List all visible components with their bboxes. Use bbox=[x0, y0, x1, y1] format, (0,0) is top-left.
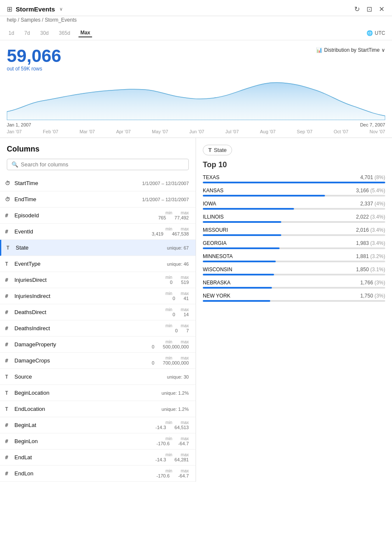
col-name: EpisodeId bbox=[14, 212, 158, 219]
column-row[interactable]: # EventId minmax 3,419467,538 bbox=[0, 224, 196, 240]
time-btn-7d[interactable]: 7d bbox=[22, 29, 31, 37]
chart-date-start: Jan 1, 2007 bbox=[7, 122, 31, 127]
top10-title: Top 10 bbox=[203, 160, 385, 169]
column-row[interactable]: ⏱ StartTime 1/1/2007 – 12/31/2007 bbox=[0, 175, 196, 191]
column-row[interactable]: T BeginLocation unique: 1.2% bbox=[0, 385, 196, 401]
distribution-button[interactable]: 📊 Distribution by StartTime ∨ bbox=[316, 47, 385, 53]
col-type-icon: # bbox=[5, 358, 14, 364]
col-name: DeathsDirect bbox=[14, 309, 165, 315]
chart-sub-label: out of 59K rows bbox=[7, 66, 61, 72]
globe-icon: 🌐 bbox=[367, 30, 373, 36]
column-row[interactable]: # DeathsDirect minmax 014 bbox=[0, 304, 196, 320]
column-row[interactable]: # DamageCrops minmax 0700,000,000 bbox=[0, 353, 196, 369]
column-row[interactable]: T EndLocation unique: 1.2% bbox=[0, 401, 196, 417]
expand-button[interactable]: ⊡ bbox=[366, 4, 373, 14]
col-stat-minmax: minmax 3,419467,538 bbox=[152, 227, 189, 236]
search-input[interactable] bbox=[21, 161, 184, 168]
axis-jan: Jan '07 bbox=[7, 129, 22, 134]
bar-fill bbox=[203, 221, 281, 223]
bar-track bbox=[203, 234, 385, 236]
refresh-button[interactable]: ↻ bbox=[353, 4, 361, 14]
column-row[interactable]: # InjuriesIndirect minmax 041 bbox=[0, 288, 196, 304]
search-box[interactable]: 🔍 bbox=[7, 159, 189, 170]
grid-icon: ⊞ bbox=[7, 5, 12, 13]
axis-apr: Apr '07 bbox=[116, 129, 131, 134]
col-name: EventId bbox=[14, 228, 152, 235]
bar-track bbox=[203, 195, 385, 197]
column-row[interactable]: T State unique: 67 bbox=[0, 240, 196, 256]
axis-feb: Feb '07 bbox=[43, 129, 58, 134]
state-badge[interactable]: T State bbox=[203, 145, 232, 155]
col-stat: unique: 67 bbox=[167, 245, 189, 250]
col-name: DeathsIndirect bbox=[14, 325, 165, 331]
time-btn-30d[interactable]: 30d bbox=[39, 29, 50, 37]
axis-sep: Sep '07 bbox=[297, 129, 313, 134]
col-name: EndLon bbox=[14, 470, 157, 477]
col-type-icon: # bbox=[5, 277, 14, 283]
bar-item-value: 1,881 (3.2%) bbox=[356, 253, 385, 259]
bar-item-name: NEBRASKA bbox=[203, 280, 230, 286]
col-type-icon: # bbox=[5, 326, 14, 331]
column-row[interactable]: # DeathsIndirect minmax 07 bbox=[0, 320, 196, 337]
top-bar: ⊞ StormEvents ∨ ↻ ⊡ ✕ bbox=[0, 0, 392, 16]
bar-item-name: NEW YORK bbox=[203, 293, 230, 299]
state-badge-label: State bbox=[214, 147, 227, 153]
column-row[interactable]: T Source unique: 30 bbox=[0, 369, 196, 385]
axis-aug: Aug '07 bbox=[260, 129, 276, 134]
type-T-icon: T bbox=[208, 147, 212, 153]
bar-fill bbox=[203, 287, 272, 289]
col-type-icon: # bbox=[5, 309, 14, 315]
col-stat-minmax: minmax 07 bbox=[165, 323, 189, 333]
bar-fill bbox=[203, 247, 280, 249]
bar-item: MINNESOTA 1,881 (3.2%) bbox=[203, 253, 385, 262]
utc-label-area: 🌐 UTC bbox=[367, 30, 385, 36]
col-name: EndTime bbox=[14, 196, 142, 202]
col-stat: unique: 1.2% bbox=[162, 407, 189, 412]
col-stat-minmax: minmax -14.364,281 bbox=[155, 452, 189, 462]
column-row[interactable]: T EventType unique: 46 bbox=[0, 256, 196, 272]
bar-item-name: MINNESOTA bbox=[203, 253, 232, 259]
column-row[interactable]: # EndLat minmax -14.364,281 bbox=[0, 449, 196, 466]
time-range-options: 1d 7d 30d 365d Max bbox=[7, 29, 92, 37]
bar-item-value: 1,850 (3.1%) bbox=[356, 267, 385, 272]
time-btn-max[interactable]: Max bbox=[78, 29, 92, 37]
col-type-icon: # bbox=[5, 422, 14, 428]
col-stat-minmax: minmax 0519 bbox=[165, 275, 189, 285]
bar-item: MISSOURI 2,016 (3.4%) bbox=[203, 227, 385, 236]
column-row[interactable]: # InjuriesDirect minmax 0519 bbox=[0, 272, 196, 288]
bar-item: KANSAS 3,166 (5.4%) bbox=[203, 188, 385, 197]
column-row[interactable]: # EndLon minmax -170.6-64.7 bbox=[0, 466, 196, 482]
distribution-label: Distribution by StartTime bbox=[324, 47, 380, 53]
bar-fill bbox=[203, 195, 325, 197]
col-type-icon: # bbox=[5, 229, 14, 235]
bar-item-value: 1,983 (3.4%) bbox=[356, 240, 385, 246]
column-row[interactable]: ⏱ EndTime 1/1/2007 – 12/31/2007 bbox=[0, 191, 196, 208]
big-number: 59,066 bbox=[7, 47, 61, 65]
close-button[interactable]: ✕ bbox=[378, 4, 385, 14]
column-row[interactable]: # BeginLon minmax -170.6-64.7 bbox=[0, 433, 196, 449]
col-stat-minmax: minmax -170.6-64.7 bbox=[157, 469, 189, 478]
col-stat-minmax: minmax 014 bbox=[165, 307, 189, 317]
col-type-icon: # bbox=[5, 438, 14, 444]
bar-item: NEW YORK 1,750 (3%) bbox=[203, 293, 385, 302]
bar-track bbox=[203, 247, 385, 249]
bar-item-value: 2,016 (3.4%) bbox=[356, 227, 385, 233]
col-name: InjuriesIndirect bbox=[14, 293, 165, 299]
columns-panel: Columns 🔍 ⏱ StartTime 1/1/2007 – 12/31/2… bbox=[0, 138, 196, 482]
title-chevron-icon[interactable]: ∨ bbox=[59, 6, 63, 12]
chart-area: 59,066 out of 59K rows 📊 Distribution by… bbox=[0, 40, 392, 138]
bar-item: WISCONSIN 1,850 (3.1%) bbox=[203, 267, 385, 275]
top-bar-left: ⊞ StormEvents ∨ bbox=[7, 5, 63, 13]
col-name: EndLocation bbox=[14, 406, 162, 412]
column-row[interactable]: # DamageProperty minmax 0500,000,000 bbox=[0, 337, 196, 353]
axis-oct: Oct '07 bbox=[334, 129, 349, 134]
time-btn-365d[interactable]: 365d bbox=[57, 29, 72, 37]
axis-may: May '07 bbox=[152, 129, 168, 134]
col-type-icon: # bbox=[5, 342, 14, 348]
column-row[interactable]: # BeginLat minmax -14.364,513 bbox=[0, 417, 196, 433]
column-row[interactable]: # EpisodeId minmax 76577,492 bbox=[0, 208, 196, 224]
col-stat: 1/1/2007 – 12/31/2007 bbox=[142, 181, 189, 186]
col-type-icon: # bbox=[5, 213, 14, 219]
time-btn-1d[interactable]: 1d bbox=[7, 29, 16, 37]
col-stat-minmax: minmax 0500,000,000 bbox=[152, 340, 189, 349]
